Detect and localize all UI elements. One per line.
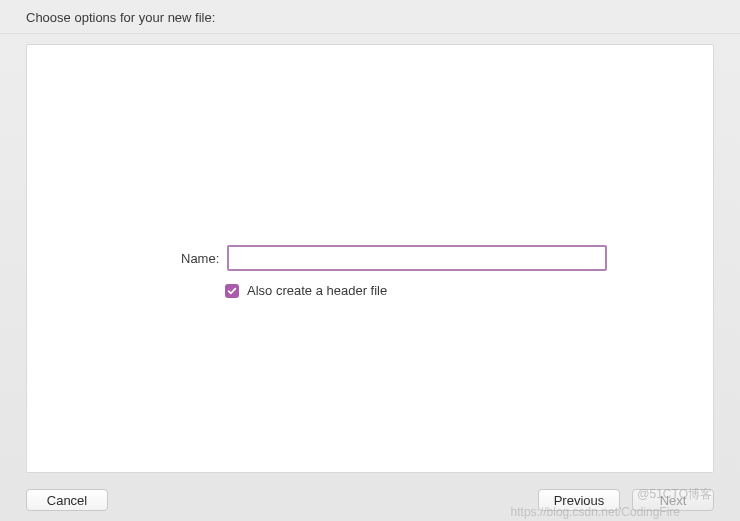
name-input[interactable]: [227, 245, 607, 271]
header-file-label: Also create a header file: [247, 283, 387, 298]
dialog-footer: Cancel Previous Next: [26, 489, 714, 511]
checkmark-icon: [227, 286, 237, 296]
previous-button[interactable]: Previous: [538, 489, 620, 511]
footer-right-group: Previous Next: [538, 489, 714, 511]
content-panel: Name: Also create a header file: [26, 44, 714, 473]
dialog-title: Choose options for your new file:: [26, 10, 215, 25]
name-label: Name:: [181, 251, 219, 266]
dialog-header: Choose options for your new file:: [0, 0, 740, 34]
form-area: Name: Also create a header file: [27, 245, 713, 298]
name-row: Name:: [181, 245, 607, 271]
header-file-checkbox[interactable]: [225, 284, 239, 298]
cancel-button[interactable]: Cancel: [26, 489, 108, 511]
next-button: Next: [632, 489, 714, 511]
header-file-row: Also create a header file: [225, 283, 387, 298]
